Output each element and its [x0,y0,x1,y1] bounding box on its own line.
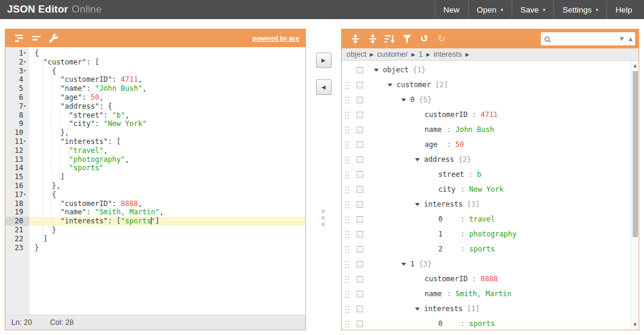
filter-button[interactable] [399,31,415,47]
row-checkbox[interactable] [357,216,363,223]
node-field-name[interactable]: 1 [438,227,456,242]
breadcrumb-item[interactable]: 1 [419,50,423,59]
node-field-name[interactable]: name [425,122,442,137]
redo-button[interactable]: ↻ [434,31,450,47]
drag-handle[interactable] [345,276,350,284]
row-checkbox[interactable] [357,171,363,178]
row-checkbox[interactable] [357,186,363,193]
node-value[interactable]: photography [469,230,516,238]
expanded-triangle-icon[interactable] [415,203,420,206]
repair-button[interactable] [45,30,61,46]
drag-handle[interactable] [345,216,350,224]
drag-handle[interactable] [345,171,350,179]
fold-arrow-icon[interactable]: ▾ [23,137,29,146]
node-field-name[interactable]: 0 [438,316,456,330]
node-field-name[interactable]: name [425,287,442,302]
drag-handle[interactable] [345,156,350,164]
powered-by-ace-link[interactable]: powered by ace [252,35,301,42]
row-checkbox[interactable] [357,156,363,163]
node-field-name[interactable]: customerID [425,272,467,287]
collapse-all-button[interactable] [364,31,380,47]
expanded-triangle-icon[interactable] [388,84,392,87]
node-field-name[interactable]: age [425,137,442,152]
row-checkbox[interactable] [357,142,363,148]
node-value[interactable]: b [477,170,481,179]
node-field-name[interactable]: city [438,182,456,197]
tree-scrollbar[interactable]: ▲ ▼ [631,61,639,330]
search-previous-icon[interactable]: ▲ [626,36,635,42]
fold-arrow-icon[interactable]: ▾ [23,67,29,76]
fold-arrow-icon[interactable]: ▾ [23,102,29,111]
expanded-triangle-icon[interactable] [401,99,406,102]
node-value[interactable]: sports [469,245,495,253]
menu-item-open[interactable]: Open▾ [468,0,512,19]
node-field-name[interactable]: street [438,167,464,182]
node-field-name[interactable]: 2 [438,242,456,257]
row-checkbox[interactable] [357,201,363,208]
expanded-triangle-icon[interactable] [374,69,379,72]
node-field-name[interactable]: 0 [438,212,456,227]
row-checkbox[interactable] [357,82,363,88]
expanded-triangle-icon[interactable] [415,308,420,311]
expanded-triangle-icon[interactable] [401,263,406,266]
node-value[interactable]: travel [469,215,495,223]
sort-button[interactable] [382,31,398,47]
row-checkbox[interactable] [357,261,363,268]
fold-arrow-icon[interactable]: ▾ [23,190,29,199]
drag-handle[interactable] [345,112,350,119]
node-value[interactable]: 8888 [481,275,498,283]
node-field-name[interactable]: 0 [410,96,414,104]
breadcrumb-item[interactable]: customer [377,50,408,59]
menu-item-settings[interactable]: Settings▾ [553,0,606,19]
menu-item-save[interactable]: Save▾ [512,0,554,19]
row-checkbox[interactable] [357,246,363,253]
expand-all-button[interactable] [347,31,363,47]
node-value[interactable]: 4711 [481,110,498,119]
scroll-up-icon[interactable]: ▲ [631,62,639,70]
drag-handle[interactable] [345,321,350,328]
copy-to-tree-button[interactable]: ▶ [316,53,332,68]
drag-handle[interactable] [345,306,350,314]
drag-handle[interactable] [345,186,350,194]
row-checkbox[interactable] [357,97,363,103]
node-field-name[interactable]: customerID [425,107,467,122]
node-field-name[interactable]: object [383,66,408,74]
node-value[interactable]: Smith, Martin [456,290,512,298]
scrollbar-thumb[interactable] [633,71,638,237]
search-next-icon[interactable]: ▼ [617,36,626,42]
row-checkbox[interactable] [357,321,363,327]
format-button[interactable] [11,30,27,46]
node-field-name[interactable]: interests [424,305,463,313]
node-value[interactable]: sports [469,319,495,328]
row-checkbox[interactable] [357,231,363,238]
breadcrumb-item[interactable]: interests [434,50,462,59]
node-field-name[interactable]: 1 [410,260,414,268]
copy-to-code-button[interactable]: ◀ [316,79,332,95]
search-input[interactable] [551,32,617,45]
drag-handle[interactable] [345,261,350,269]
drag-handle[interactable] [345,142,350,149]
row-checkbox[interactable] [357,67,363,73]
expanded-triangle-icon[interactable] [415,158,420,161]
code-editor[interactable]: 1▾{2▾ "customer": [3▾ {4 "customerID": 4… [5,47,305,315]
row-checkbox[interactable] [357,127,363,133]
drag-handle[interactable] [345,201,350,209]
compact-button[interactable] [28,30,44,46]
drag-handle[interactable] [345,97,350,105]
row-checkbox[interactable] [357,306,363,312]
node-value[interactable]: New York [469,185,504,193]
drag-handle[interactable] [345,291,350,299]
menu-item-help[interactable]: Help [606,0,640,19]
row-checkbox[interactable] [357,112,363,118]
row-checkbox[interactable] [357,276,363,282]
menu-item-new[interactable]: New [435,0,468,19]
undo-button[interactable]: ↺ [416,31,432,47]
node-field-name[interactable]: customer [397,81,431,89]
drag-handle[interactable] [345,82,350,90]
row-checkbox[interactable] [357,291,363,297]
node-value[interactable]: 50 [456,140,464,149]
node-field-name[interactable]: address [424,155,454,164]
scroll-down-icon[interactable]: ▼ [631,321,639,329]
splitter-handle[interactable] [321,210,326,226]
drag-handle[interactable] [345,246,350,254]
